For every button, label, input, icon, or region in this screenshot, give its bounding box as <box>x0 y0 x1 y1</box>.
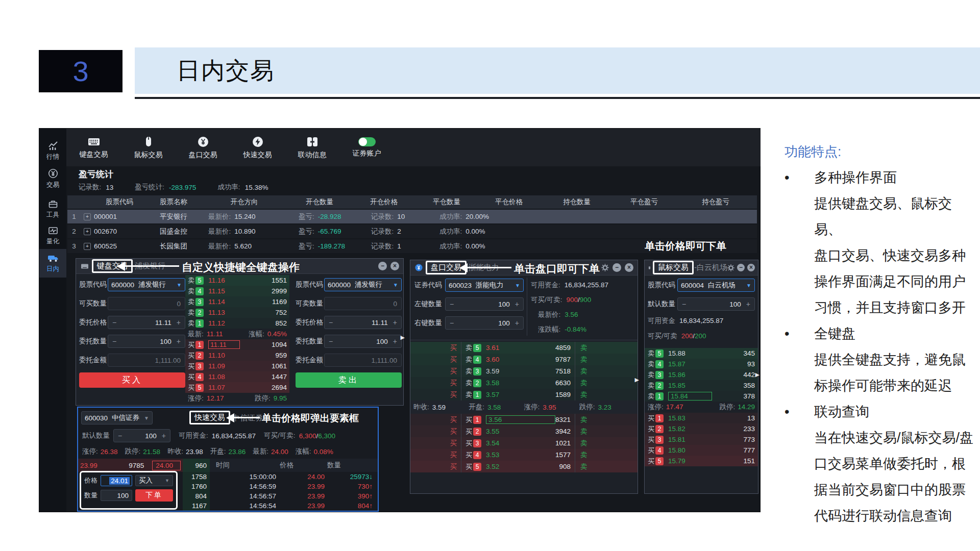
toolbar-item-quick-trade[interactable]: 快速交易 <box>230 136 285 160</box>
price[interactable]: 11.09 <box>208 362 240 370</box>
sell-action[interactable]: 卖 <box>575 389 638 400</box>
level-cell[interactable]: 买 2 3.55 3942 <box>461 425 575 437</box>
default-qty-stepper[interactable]: −100+ <box>113 429 170 442</box>
plus-icon[interactable]: + <box>746 300 750 308</box>
orderbook-row[interactable]: 买 卖 2 3.58 6630 卖 <box>410 377 638 389</box>
sell-action[interactable]: 卖 <box>575 461 638 472</box>
close-icon[interactable]: × <box>390 262 399 270</box>
right-qty-stepper[interactable]: −100+ <box>445 316 524 330</box>
orderbook-row[interactable]: 买 买 2 3.55 3942 卖 <box>410 425 638 437</box>
table-column-header[interactable]: 股票代码 <box>94 197 145 207</box>
price[interactable]: 15.81 <box>668 436 703 443</box>
price[interactable]: 11.14 <box>208 298 240 306</box>
available-qty-field[interactable]: 0 <box>108 297 185 310</box>
price[interactable]: 15.88 <box>668 349 703 357</box>
orderbook-row[interactable]: 买 3 11.09 1061 <box>185 361 289 371</box>
place-order-button[interactable]: 下单 <box>135 489 173 502</box>
price-stepper[interactable]: −11.11+ <box>108 316 185 329</box>
sell-action[interactable]: 卖 <box>575 414 638 425</box>
price[interactable]: 3.61 <box>486 344 516 352</box>
orderbook-row[interactable]: 买 1 15.83 13 <box>645 413 758 423</box>
price[interactable]: 11.11 <box>208 340 240 349</box>
orderbook-row[interactable]: 买 买 1 3.56 8321 卖 <box>410 414 638 425</box>
panel-expand-icon[interactable]: ▶ <box>635 377 639 383</box>
expand-cell[interactable]: + <box>81 213 94 220</box>
buy-action[interactable]: 买 <box>410 377 461 389</box>
expand-icon[interactable]: + <box>84 213 91 220</box>
price[interactable]: 15.87 <box>668 360 703 368</box>
expand-icon[interactable]: + <box>84 243 91 250</box>
sell-action[interactable]: 卖 <box>575 365 638 377</box>
left-qty-stepper[interactable]: −100+ <box>445 297 524 311</box>
minus-icon[interactable]: − <box>118 432 122 440</box>
panel-expand-icon[interactable]: ▶ <box>401 334 405 341</box>
price[interactable]: 11.08 <box>208 373 240 381</box>
orderbook-row[interactable]: 买 买 3 3.54 1021 卖 <box>410 437 638 449</box>
price[interactable]: 15.85 <box>668 382 703 389</box>
orderbook-row[interactable]: 买 买 4 3.53 1577 卖 <box>410 449 638 461</box>
panel-titlebar[interactable]: 键盘交易 浦发银行 自定义快捷键全键盘操作 − × <box>76 259 403 274</box>
plus-icon[interactable]: + <box>393 337 397 345</box>
panel-titlebar[interactable]: 鼠标交易 -白云机场 − × <box>645 260 758 276</box>
gear-icon[interactable] <box>727 264 734 271</box>
gear-icon[interactable] <box>601 264 609 271</box>
price[interactable]: 11.10 <box>208 352 240 359</box>
minimize-icon[interactable]: − <box>612 263 621 272</box>
orderbook-row[interactable]: 卖 5 15.88 345 <box>645 348 758 359</box>
buy-action[interactable]: 买 <box>410 449 461 461</box>
price[interactable]: 11.12 <box>208 319 240 327</box>
price[interactable]: 11.13 <box>208 309 240 316</box>
toolbar-item-keyboard-trade[interactable]: 键盘交易 <box>66 136 121 159</box>
level-cell[interactable]: 卖 1 3.57 1589 <box>461 389 575 400</box>
minus-icon[interactable]: − <box>112 318 116 327</box>
level-cell[interactable]: 卖 5 3.61 4859 <box>461 342 575 354</box>
table-column-header[interactable]: 股票名称 <box>145 197 202 207</box>
level-cell[interactable]: 买 4 3.53 1577 <box>461 449 575 461</box>
close-icon[interactable]: × <box>625 263 633 272</box>
sell-button[interactable]: 卖出 <box>296 372 402 388</box>
price[interactable]: 3.52 <box>486 463 516 470</box>
price[interactable]: 3.54 <box>486 439 516 447</box>
orderbook-row[interactable]: 买 卖 5 3.61 4859 卖 <box>410 342 638 354</box>
expand-cell[interactable]: + <box>81 228 94 235</box>
buy-action[interactable]: 买 <box>410 425 461 437</box>
sidebar-item-trade[interactable]: 交易 <box>39 165 66 192</box>
orderbook-row[interactable]: 卖 5 11.16 1551 <box>185 275 289 286</box>
orderbook-row[interactable]: 买 2 15.82 233 <box>645 423 758 434</box>
close-icon[interactable]: × <box>747 264 755 271</box>
price[interactable]: 11.16 <box>208 277 240 284</box>
minus-icon[interactable]: − <box>112 337 116 345</box>
price[interactable]: 3.59 <box>486 367 516 375</box>
orderbook-row[interactable]: 卖 3 11.14 1169 <box>185 296 289 307</box>
level-cell[interactable]: 买 5 3.52 908 <box>461 461 575 472</box>
price[interactable]: 3.53 <box>486 451 516 459</box>
table-column-header[interactable]: 持仓数量 <box>540 197 614 207</box>
sell-action[interactable]: 卖 <box>575 449 638 461</box>
bid-price[interactable]: 23.99 <box>80 462 97 469</box>
orderbook-row[interactable]: 卖 2 11.13 752 <box>185 307 289 318</box>
minimize-icon[interactable]: − <box>737 264 745 271</box>
orderbook-row[interactable]: 买 4 15.80 777 <box>645 445 758 456</box>
buy-action[interactable]: 买 <box>410 437 461 449</box>
ask-price[interactable]: 24.00 <box>152 461 181 470</box>
orderbook-row[interactable]: 买 卖 1 3.57 1589 卖 <box>410 389 638 400</box>
price[interactable]: 15.86 <box>668 371 703 379</box>
sell-action[interactable]: 卖 <box>575 437 638 449</box>
minimize-icon[interactable]: − <box>378 262 387 270</box>
price-stepper[interactable]: −11.11+ <box>324 316 402 329</box>
plus-icon[interactable]: + <box>515 319 519 327</box>
table-column-header[interactable]: 平仓盈亏 <box>614 197 674 207</box>
price[interactable]: 15.79 <box>668 457 703 465</box>
minus-icon[interactable]: − <box>329 337 333 345</box>
plus-icon[interactable]: + <box>515 300 519 308</box>
price[interactable]: 3.60 <box>486 356 516 363</box>
plus-icon[interactable]: + <box>177 337 181 345</box>
price[interactable]: 11.07 <box>208 384 240 391</box>
plus-icon[interactable]: + <box>162 432 166 440</box>
price[interactable]: 11.15 <box>208 287 240 295</box>
price[interactable]: 3.58 <box>486 379 516 387</box>
orderbook-row[interactable]: 买 5 15.79 151 <box>645 456 758 466</box>
sell-action[interactable]: 卖 <box>575 425 638 437</box>
level-cell[interactable]: 卖 2 3.58 6630 <box>461 377 575 389</box>
price[interactable]: 15.83 <box>668 414 703 422</box>
